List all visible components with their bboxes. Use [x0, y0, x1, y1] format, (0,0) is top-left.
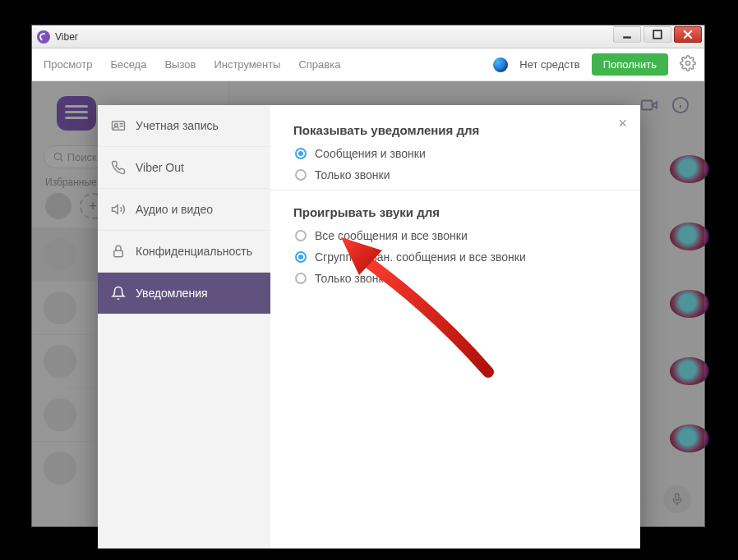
nav-audio-video[interactable]: Аудио и видео	[98, 189, 270, 231]
nav-label: Аудио и видео	[136, 203, 213, 216]
radio-icon	[295, 273, 307, 284]
bell-icon	[111, 286, 126, 301]
section-title: Проигрывать звуки для	[293, 205, 617, 219]
balance-text: Нет средств	[519, 58, 579, 71]
viber-logo-icon	[37, 30, 50, 44]
app-window: Viber Просмотр Беседа Вызов Инструменты …	[31, 25, 705, 527]
nav-privacy[interactable]: Конфиденциальность	[98, 231, 270, 273]
nav-label: Viber Out	[136, 161, 184, 174]
balance-globe-icon	[493, 57, 508, 72]
nav-label: Учетная запись	[136, 119, 219, 132]
option-label: Только звонки	[315, 272, 390, 285]
lock-icon	[111, 244, 126, 259]
radio-icon	[295, 148, 307, 159]
nav-label: Уведомления	[136, 287, 208, 300]
option-label: Все сообщения и все звонки	[315, 229, 468, 242]
menu-chat[interactable]: Беседа	[110, 58, 146, 71]
minimize-button[interactable]	[613, 26, 641, 43]
divider	[270, 190, 640, 190]
menu-tools[interactable]: Инструменты	[214, 58, 280, 71]
phone-out-icon	[111, 160, 126, 175]
id-card-icon	[111, 118, 126, 133]
radio-option[interactable]: Сгруппирован. сообщения и все звонки	[295, 250, 617, 264]
radio-option[interactable]: Только звонки	[295, 168, 617, 181]
settings-dialog: Учетная запись Viber Out Аудио и видео К…	[98, 105, 640, 549]
nav-notifications[interactable]: Уведомления	[98, 273, 270, 314]
settings-content: × Показывать уведомления для Сообщения и…	[270, 105, 640, 549]
option-label: Сообщения и звонки	[315, 147, 426, 160]
dialog-close-button[interactable]: ×	[618, 115, 627, 132]
nav-label: Конфиденциальность	[136, 245, 252, 258]
menu-help[interactable]: Справка	[298, 58, 340, 71]
nav-viber-out[interactable]: Viber Out	[98, 147, 270, 189]
radio-icon	[295, 251, 307, 263]
radio-option[interactable]: Все сообщения и все звонки	[295, 229, 617, 242]
section-title: Показывать уведомления для	[293, 123, 617, 137]
speaker-icon	[111, 202, 126, 217]
menu-call[interactable]: Вызов	[164, 58, 196, 71]
window-title: Viber	[55, 31, 78, 43]
svg-rect-0	[623, 36, 631, 38]
svg-point-2	[686, 62, 690, 66]
maximize-button[interactable]	[643, 26, 671, 43]
menu-bar: Просмотр Беседа Вызов Инструменты Справк…	[32, 48, 704, 81]
radio-option[interactable]: Только звонки	[295, 272, 617, 285]
radio-icon	[295, 169, 307, 181]
svg-point-8	[115, 123, 118, 126]
radio-option[interactable]: Сообщения и звонки	[295, 147, 617, 160]
nav-account[interactable]: Учетная запись	[98, 105, 270, 147]
settings-gear-icon[interactable]	[680, 55, 696, 74]
radio-icon	[295, 230, 307, 241]
settings-nav: Учетная запись Viber Out Аудио и видео К…	[98, 105, 270, 549]
option-label: Сгруппирован. сообщения и все звонки	[315, 250, 526, 264]
topup-button[interactable]: Пополнить	[592, 53, 668, 76]
title-bar: Viber	[32, 25, 704, 48]
close-button[interactable]	[674, 26, 702, 43]
svg-rect-9	[114, 250, 123, 257]
svg-rect-1	[653, 30, 662, 39]
menu-view[interactable]: Просмотр	[44, 58, 92, 71]
option-label: Только звонки	[315, 168, 390, 181]
app-body: Поиск Избранные +	[32, 81, 704, 526]
